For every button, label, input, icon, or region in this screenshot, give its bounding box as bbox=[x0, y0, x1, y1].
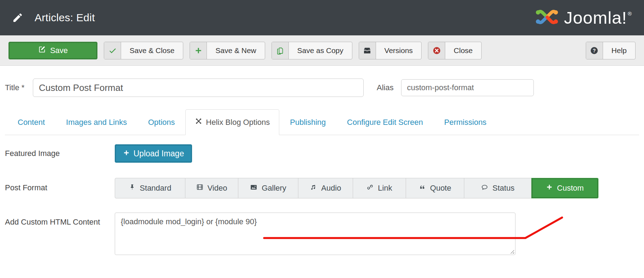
post-format-custom-button[interactable]: Custom bbox=[531, 178, 598, 198]
custom-html-textarea[interactable] bbox=[115, 213, 515, 255]
save-copy-button[interactable]: Save as Copy bbox=[272, 42, 352, 59]
joomla-logo: Joomla!® bbox=[534, 4, 632, 31]
custom-html-label: Add Custom HTML Content bbox=[5, 213, 115, 227]
registered-mark: ® bbox=[628, 11, 632, 17]
tab-configure-edit-screen[interactable]: Configure Edit Screen bbox=[336, 110, 434, 135]
article-edit-form: Title * Alias Content Images and Links O… bbox=[0, 79, 644, 255]
save-button[interactable]: Save bbox=[8, 42, 97, 59]
upload-image-button[interactable]: Upload Image bbox=[115, 144, 192, 163]
title-input[interactable] bbox=[33, 79, 364, 97]
custom-html-row: Add Custom HTML Content bbox=[5, 213, 639, 255]
save-new-button[interactable]: Save & New bbox=[190, 42, 265, 59]
tab-bar: Content Images and Links Options Helix B… bbox=[5, 109, 639, 135]
title-label: Title * bbox=[5, 83, 33, 92]
tab-content[interactable]: Content bbox=[7, 110, 55, 135]
joomla-knot-icon bbox=[195, 117, 202, 127]
film-icon bbox=[196, 184, 203, 193]
plus-icon bbox=[190, 42, 207, 59]
save-close-button[interactable]: Save & Close bbox=[104, 42, 183, 59]
music-note-icon bbox=[310, 184, 317, 193]
edit-pencil-icon bbox=[12, 12, 23, 23]
tab-helix-blog-options[interactable]: Helix Blog Options bbox=[185, 109, 279, 135]
quote-icon bbox=[419, 184, 426, 193]
featured-image-row: Featured Image Upload Image bbox=[5, 144, 639, 163]
picture-icon bbox=[250, 184, 257, 193]
alias-label: Alias bbox=[377, 83, 394, 92]
copy-icon bbox=[272, 42, 289, 59]
speech-bubble-icon bbox=[481, 184, 488, 193]
check-icon bbox=[104, 42, 121, 59]
post-format-status-button[interactable]: Status bbox=[464, 178, 531, 198]
post-format-group: Standard Video Gallery Audio bbox=[115, 178, 598, 198]
tab-publishing[interactable]: Publishing bbox=[279, 110, 336, 135]
joomla-knot-icon bbox=[534, 4, 560, 31]
question-circle-icon: ? bbox=[586, 42, 603, 59]
post-format-row: Post Format Standard Video Gallery bbox=[5, 178, 639, 198]
plus-icon bbox=[546, 184, 553, 193]
post-format-gallery-button[interactable]: Gallery bbox=[238, 178, 298, 198]
toolbar: Save Save & Close Save & New Save as Cop… bbox=[0, 35, 644, 66]
featured-image-label: Featured Image bbox=[5, 144, 115, 158]
title-row: Title * Alias bbox=[5, 79, 639, 97]
archive-icon bbox=[359, 42, 376, 59]
close-button[interactable]: Close bbox=[428, 42, 482, 59]
cancel-circle-icon bbox=[428, 42, 445, 59]
joomla-wordmark: Joomla!® bbox=[564, 8, 632, 28]
post-format-audio-button[interactable]: Audio bbox=[298, 178, 353, 198]
chain-link-icon bbox=[366, 184, 374, 193]
versions-button[interactable]: Versions bbox=[359, 42, 422, 59]
svg-text:?: ? bbox=[593, 48, 596, 53]
edit-square-icon bbox=[38, 46, 46, 56]
tab-permissions[interactable]: Permissions bbox=[434, 110, 497, 135]
help-button[interactable]: ? Help bbox=[586, 42, 636, 59]
tab-options[interactable]: Options bbox=[138, 110, 186, 135]
post-format-video-button[interactable]: Video bbox=[185, 178, 238, 198]
plus-icon bbox=[123, 149, 130, 158]
post-format-link-button[interactable]: Link bbox=[353, 178, 406, 198]
tab-images-and-links[interactable]: Images and Links bbox=[55, 110, 137, 135]
pushpin-icon bbox=[129, 184, 136, 193]
post-format-quote-button[interactable]: Quote bbox=[406, 178, 464, 198]
alias-input[interactable] bbox=[401, 79, 534, 96]
page-title: Articles: Edit bbox=[35, 12, 95, 24]
post-format-label: Post Format bbox=[5, 178, 115, 192]
app-header: Articles: Edit Joomla!® bbox=[0, 0, 644, 35]
post-format-standard-button[interactable]: Standard bbox=[115, 178, 185, 198]
